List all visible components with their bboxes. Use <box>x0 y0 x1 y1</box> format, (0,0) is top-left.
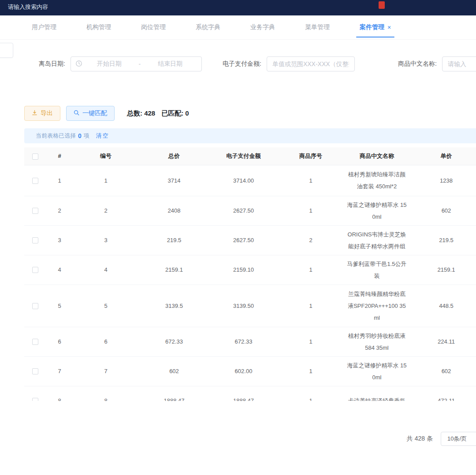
tab-label: 机构管理 <box>86 23 111 31</box>
cell-total-price: 2159.1 <box>139 255 209 284</box>
cell-total-price: 3714 <box>139 165 209 196</box>
table-row: 4 4 2159.1 2159.10 1 马爹利蓝带干邑1.5公升装 2159.… <box>24 255 476 284</box>
cell-index: 7 <box>46 356 73 386</box>
row-checkbox[interactable] <box>32 237 38 243</box>
cell-product-seq: 1 <box>278 196 344 225</box>
row-checkbox-cell <box>24 386 46 401</box>
selection-count: 0 <box>78 132 82 139</box>
cell-epay-amount: 2159.10 <box>209 255 278 284</box>
cell-product-name: 海蓝之谜修护精萃水 150ml <box>344 356 410 386</box>
row-checkbox[interactable] <box>32 178 38 184</box>
tab-label: 系统字典 <box>196 23 220 31</box>
page: 用户管理机构管理岗位管理系统字典业务字典菜单管理案件管理× 离岛日期: 开始日期… <box>0 0 476 475</box>
header-checkbox-cell <box>24 147 46 165</box>
cell-product-name: 卡诗菁纯亮泽经典香氛 <box>344 386 410 401</box>
cell-unit-price: 1238 <box>410 165 476 196</box>
row-checkbox-cell <box>24 165 46 196</box>
row-checkbox-cell <box>24 284 46 327</box>
tab-item-4[interactable]: 业务字典 <box>244 15 281 40</box>
clear-selection-link[interactable]: 清空 <box>96 132 109 140</box>
pagination-bar: 共 428 条 10条/页 <box>0 432 476 446</box>
tab-item-0[interactable]: 用户管理 <box>26 15 63 40</box>
global-search-input[interactable] <box>8 4 123 10</box>
tab-item-2[interactable]: 岗位管理 <box>135 15 172 40</box>
filter-date-range: 离岛日期: 开始日期 - 结束日期 <box>39 56 202 71</box>
cell-product-seq: 1 <box>278 327 344 356</box>
start-date-placeholder[interactable]: 开始日期 <box>82 60 136 68</box>
tab-item-3[interactable]: 系统字典 <box>190 15 227 40</box>
date-range-picker[interactable]: 开始日期 - 结束日期 <box>71 56 202 71</box>
row-checkbox[interactable] <box>32 208 38 214</box>
row-checkbox[interactable] <box>32 303 38 309</box>
data-table: # 编号 总价 电子支付金额 商品序号 商品中文名称 单价 1 1 3714 3… <box>24 147 476 401</box>
cell-product-name: ORIGINS韦博士灵芝焕能好底子精华水两件组 <box>344 225 410 255</box>
download-icon <box>32 110 37 117</box>
table-row: 6 6 672.33 672.33 1 植村秀羽纱持妆粉底液 584 35ml … <box>24 327 476 356</box>
cell-total-price: 602 <box>139 356 209 386</box>
one-click-match-button[interactable]: 一键匹配 <box>66 106 115 121</box>
cell-unit-price: 602 <box>410 356 476 386</box>
table-body: 1 1 3714 3714.00 1 植村秀新琥珀臻萃洁颜油套装 450ml*2… <box>24 165 476 401</box>
row-checkbox-cell <box>24 255 46 284</box>
cell-epay-amount: 2627.50 <box>209 196 278 225</box>
cell-unit-price: 602 <box>410 196 476 225</box>
product-name-label: 商品中文名称: <box>398 60 437 68</box>
search-icon <box>74 110 79 117</box>
filter-product-name: 商品中文名称: <box>398 56 476 71</box>
cell-epay-amount: 2627.50 <box>209 225 278 255</box>
cell-total-price: 219.5 <box>139 225 209 255</box>
cell-epay-amount: 1888.47 <box>209 386 278 401</box>
cell-product-name: 植村秀羽纱持妆粉底液 584 35ml <box>344 327 410 356</box>
cell-total-price: 2408 <box>139 196 209 225</box>
cell-product-name: 海蓝之谜修护精萃水 150ml <box>344 196 410 225</box>
cell-total-price: 672.33 <box>139 327 209 356</box>
cell-product-name: 植村秀新琥珀臻萃洁颜油套装 450ml*2 <box>344 165 410 196</box>
filter-epay-amount: 电子支付金额: <box>223 56 355 71</box>
selection-suffix: 项 <box>84 132 89 140</box>
row-checkbox-cell <box>24 225 46 255</box>
row-checkbox[interactable] <box>32 267 38 273</box>
export-button[interactable]: 导出 <box>24 106 60 121</box>
cell-code: 7 <box>73 356 139 386</box>
cell-unit-price: 448.5 <box>410 284 476 327</box>
cell-index: 4 <box>46 255 73 284</box>
tab-item-1[interactable]: 机构管理 <box>80 15 117 40</box>
cell-epay-amount: 602.00 <box>209 356 278 386</box>
tab-label: 岗位管理 <box>141 23 166 31</box>
end-date-placeholder[interactable]: 结束日期 <box>143 60 197 68</box>
row-checkbox[interactable] <box>32 398 38 401</box>
cell-code: 2 <box>73 196 139 225</box>
epay-amount-input[interactable] <box>267 56 355 71</box>
selection-info-bar: 当前表格已选择 0 项 清空 <box>24 128 476 143</box>
header-code: 编号 <box>73 147 139 165</box>
header-index: # <box>46 147 73 165</box>
notification-badge <box>379 1 385 9</box>
cell-product-seq: 1 <box>278 356 344 386</box>
tab-label: 案件管理 <box>360 23 384 31</box>
cell-code: 6 <box>73 327 139 356</box>
pagination-total: 共 428 条 <box>407 435 433 443</box>
cell-total-price: 3139.5 <box>139 284 209 327</box>
top-navbar <box>0 0 476 15</box>
header-product-seq: 商品序号 <box>278 147 344 165</box>
date-range-separator: - <box>136 60 144 67</box>
tab-item-5[interactable]: 菜单管理 <box>299 15 336 40</box>
page-size-select[interactable]: 10条/页 <box>441 432 476 446</box>
cell-unit-price: 2159.1 <box>410 255 476 284</box>
tab-item-6[interactable]: 案件管理× <box>353 15 397 40</box>
header-product-name: 商品中文名称 <box>344 147 410 165</box>
epay-amount-label: 电子支付金额: <box>223 60 261 68</box>
product-name-input[interactable] <box>442 56 476 71</box>
select-all-checkbox[interactable] <box>32 153 38 160</box>
tab-close-icon[interactable]: × <box>387 24 391 31</box>
row-checkbox[interactable] <box>32 368 38 374</box>
cell-index: 8 <box>46 386 73 401</box>
cell-product-seq: 1 <box>278 284 344 327</box>
match-button-label: 一键匹配 <box>82 109 107 117</box>
table-row: 8 8 1888.47 1888.47 1 卡诗菁纯亮泽经典香氛 472.11 <box>24 386 476 401</box>
export-button-label: 导出 <box>41 109 53 117</box>
row-checkbox-cell <box>24 356 46 386</box>
page-size-value: 10条/页 <box>447 435 467 443</box>
collapsed-panel-toggle[interactable] <box>0 43 13 58</box>
row-checkbox[interactable] <box>32 339 38 345</box>
